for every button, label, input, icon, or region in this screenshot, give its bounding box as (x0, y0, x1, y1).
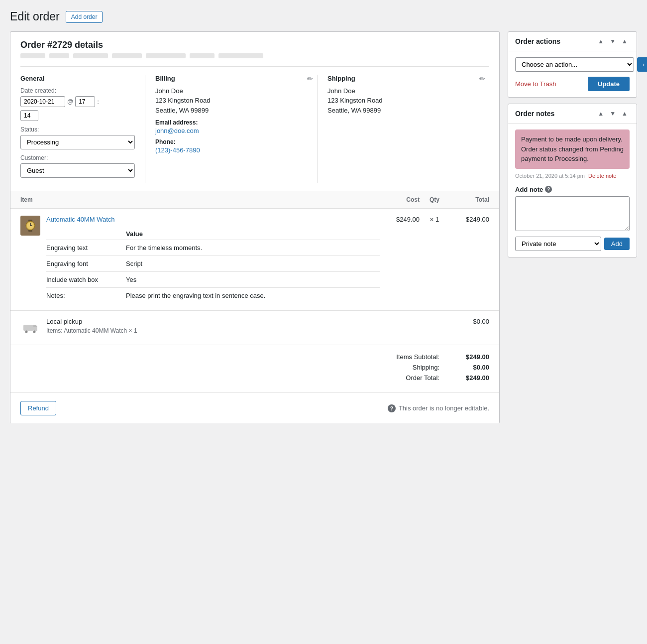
item-meta-table: Value Engraving text For the timeless mo… (46, 228, 380, 303)
order-total-label: Order Total: (380, 374, 439, 382)
table-row: Automatic 40MM Watch Value Engraving tex… (10, 209, 499, 311)
add-note-label: Add note (515, 186, 543, 193)
note-bubble: Payment to be made upon delivery. Order … (515, 129, 630, 169)
time-colon: : (97, 98, 99, 106)
meta-notes-label: Notes: (46, 292, 126, 299)
order-actions-collapse-down[interactable]: ▼ (608, 37, 618, 46)
shipping-method-row: Local pickup Items: Automatic 40MM Watch… (10, 311, 499, 345)
not-editable-info-icon: ? (388, 404, 396, 412)
order-actions-title: Order actions (515, 37, 560, 45)
order-actions-close[interactable]: ▲ (620, 37, 630, 46)
date-created-label: Date created: (20, 87, 135, 94)
billing-email[interactable]: john@doe.com (155, 127, 199, 134)
hour-input[interactable] (75, 96, 95, 107)
note-textarea[interactable] (515, 196, 630, 231)
shipping-total-value: $0.00 (449, 364, 489, 371)
email-label: Email address: (155, 119, 307, 126)
item-qty: × 1 (420, 216, 449, 223)
billing-section-title: Billing (155, 75, 175, 82)
order-actions-panel: Order actions ▲ ▼ ▲ Choose an action... … (508, 31, 637, 98)
status-select[interactable]: Processing Pending payment Completed On … (20, 135, 135, 149)
order-title: Order #2729 details (20, 40, 489, 50)
items-table-header: Item Cost Qty Total (10, 191, 499, 209)
svg-rect-6 (23, 325, 33, 331)
list-item: Include watch box Yes (46, 271, 380, 287)
billing-address: 123 Kingston Road Seattle, WA 99899 (155, 96, 307, 115)
shipping-edit-icon[interactable]: ✏ (479, 75, 485, 83)
shipping-section-title: Shipping (327, 75, 355, 82)
at-symbol: @ (67, 98, 73, 105)
add-note-button[interactable]: Add (604, 238, 630, 250)
note-text: Payment to be made upon delivery. Order … (521, 135, 624, 162)
shipping-address: 123 Kingston Road Seattle, WA 99899 (327, 96, 479, 115)
meta-watch-box-label: Include watch box (46, 276, 126, 283)
order-total-value: $249.00 (449, 374, 489, 382)
list-item: Notes: Please print the engraving text i… (46, 287, 380, 303)
move-to-trash-link[interactable]: Move to Trash (515, 80, 556, 88)
product-name-link[interactable]: Automatic 40MM Watch (46, 216, 115, 223)
note-type-select[interactable]: Private note Note to customer (515, 237, 601, 251)
shipping-method-items: Items: Automatic 40MM Watch × 1 (46, 327, 449, 334)
customer-select[interactable]: Guest (20, 163, 135, 178)
subtotal-value: $249.00 (449, 353, 489, 361)
order-action-go-button[interactable]: › (637, 57, 647, 72)
col-total-header: Total (449, 196, 489, 203)
col-qty-header: Qty (420, 196, 449, 203)
meta-engraving-font-value: Script (126, 260, 380, 267)
item-total: $249.00 (449, 216, 489, 223)
billing-phone[interactable]: (123)-456-7890 (155, 146, 200, 154)
meta-engraving-font-label: Engraving font (46, 260, 126, 267)
blurred-info-row (20, 53, 489, 58)
delete-note-link[interactable]: Delete note (588, 173, 616, 179)
meta-engraving-text-value: For the timeless moments. (126, 244, 380, 252)
svg-point-10 (33, 331, 36, 333)
billing-edit-icon[interactable]: ✏ (307, 75, 313, 83)
order-actions-collapse-up[interactable]: ▲ (596, 37, 606, 46)
shipping-total-label: Shipping: (380, 364, 439, 371)
add-order-button[interactable]: Add order (66, 11, 103, 23)
page-title: Edit order (10, 10, 60, 23)
refund-button[interactable]: Refund (20, 401, 56, 415)
minute-input[interactable] (20, 110, 38, 121)
list-item: Engraving text For the timeless moments. (46, 240, 380, 256)
shipping-method-icon (20, 318, 40, 338)
shipping-method-total: $0.00 (449, 318, 489, 325)
billing-name: John Doe (155, 87, 307, 95)
order-footer: Refund ? This order is no longer editabl… (10, 393, 499, 423)
meta-notes-value: Please print the engraving text in sente… (126, 292, 380, 299)
svg-point-9 (25, 331, 28, 333)
customer-label: Customer: (20, 154, 135, 161)
meta-watch-box-value: Yes (126, 276, 380, 283)
meta-engraving-text-label: Engraving text (46, 244, 126, 252)
col-item-header: Item (20, 196, 380, 203)
general-section-title: General (20, 75, 135, 82)
svg-rect-7 (33, 327, 37, 331)
not-editable-text: This order is no longer editable. (399, 404, 489, 412)
status-label: Status: (20, 126, 135, 133)
shipping-method-name: Local pickup (46, 318, 449, 325)
order-notes-close[interactable]: ▲ (620, 109, 630, 118)
order-action-select[interactable]: Choose an action... Email invoice to cus… (515, 57, 634, 72)
add-note-help-icon: ? (545, 186, 552, 193)
order-notes-title: Order notes (515, 110, 554, 118)
col-cost-header: Cost (380, 196, 420, 203)
order-notes-panel: Order notes ▲ ▼ ▲ Payment to be made upo… (508, 104, 637, 258)
svg-marker-8 (33, 325, 37, 327)
update-button[interactable]: Update (588, 77, 630, 91)
phone-label: Phone: (155, 138, 307, 145)
meta-col-label (46, 230, 126, 238)
item-cost: $249.00 (380, 216, 420, 223)
product-thumbnail (20, 216, 40, 236)
order-notes-collapse-down[interactable]: ▼ (608, 109, 618, 118)
totals-section: Items Subtotal: $249.00 Shipping: $0.00 … (10, 345, 499, 393)
meta-col-value: Value (126, 230, 143, 238)
note-meta: October 21, 2020 at 5:14 pm Delete note (515, 173, 630, 179)
list-item: Engraving font Script (46, 256, 380, 271)
date-input[interactable] (20, 96, 65, 107)
shipping-name: John Doe (327, 87, 479, 95)
order-notes-collapse-up[interactable]: ▲ (596, 109, 606, 118)
subtotal-label: Items Subtotal: (380, 353, 439, 361)
